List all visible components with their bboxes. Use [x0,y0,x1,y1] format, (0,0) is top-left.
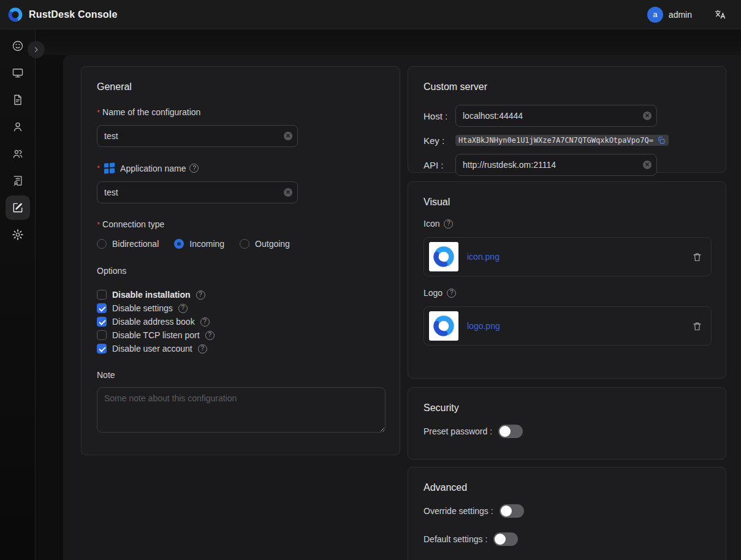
sidebar-collapse-button[interactable] [28,41,45,58]
avatar[interactable]: a [647,7,663,23]
checkbox-disable-installation[interactable]: Disable installation ? [97,288,384,301]
settings-icon [12,229,24,241]
sidebar-item-sessions[interactable] [6,88,30,112]
help-icon[interactable]: ? [444,219,453,229]
delete-icon[interactable] [692,252,702,262]
username[interactable]: admin [669,10,692,20]
required-asterisk: * [97,108,100,117]
brand: RustDesk Console [7,7,118,23]
language-switch-icon[interactable] [714,9,726,21]
clear-icon[interactable]: ✕ [284,132,292,140]
required-asterisk: * [97,220,100,229]
smiley-icon [12,40,24,52]
sidebar-item-settings[interactable] [6,222,30,247]
override-settings-toggle[interactable] [500,504,524,518]
connection-type-radio-group: Bidirectional Incoming Outgoing [97,239,384,249]
radio-bidirectional[interactable]: Bidirectional [97,239,159,249]
radio-icon [240,239,249,249]
document-icon [12,94,24,106]
checkbox-disable-tcp-listen-port[interactable]: Disable TCP listen port ? [97,328,384,342]
host-row: Host : ✕ [424,105,710,127]
help-icon[interactable]: ? [198,344,207,354]
default-settings-toggle[interactable] [493,532,518,546]
general-card: General * Name of the configuration ✕ * … [81,66,400,455]
override-settings-label: Override settings : [424,506,493,516]
clear-icon[interactable]: ✕ [284,188,292,197]
app-title: RustDesk Console [29,9,118,20]
sidebar-item-users[interactable] [6,115,30,139]
chevron-right-icon [32,46,40,53]
sidebar [0,29,36,560]
radio-icon [97,239,107,249]
visual-card: Visual Icon ? icon.png Logo ? [408,181,726,379]
config-name-input[interactable] [97,125,298,147]
preset-password-label: Preset password : [424,426,492,436]
api-field: ✕ [455,154,657,176]
radio-icon [174,239,184,249]
help-icon[interactable]: ? [196,290,205,300]
server-key-value[interactable]: HtaXBkJNHyn0e1U1jWXze7A7CN7QTGWqxkOtpaVp… [455,135,669,146]
checkbox-icon [97,344,107,354]
connection-type-label: * Connection type [97,219,384,229]
delete-icon[interactable] [692,321,702,331]
host-label: Host : [424,111,455,121]
checkbox-icon [97,317,107,327]
help-icon[interactable]: ? [189,164,199,173]
note-field [97,387,384,435]
sidebar-item-dashboard[interactable] [6,34,30,58]
config-name-field: ✕ [97,125,298,147]
sidebar-item-devices[interactable] [6,61,30,85]
logo-file-thumbnail [429,311,458,341]
help-icon[interactable]: ? [205,331,215,340]
checkbox-disable-settings[interactable]: Disable settings ? [97,301,384,315]
api-input[interactable] [455,154,657,176]
logo-upload-label: Logo ? [424,288,710,298]
icon-file-thumbnail [429,242,458,271]
checkbox-icon [97,303,107,313]
help-icon[interactable]: ? [447,289,456,298]
custom-server-card: Custom server Host : ✕ Key : HtaXBkJNHyn… [408,66,726,173]
preset-password-row: Preset password : [424,425,710,438]
radio-incoming[interactable]: Incoming [174,239,224,249]
checkbox-disable-user-account[interactable]: Disable user account ? [97,342,384,355]
key-row: Key : HtaXBkJNHyn0e1U1jWXze7A7CN7QTGWqxk… [424,135,710,146]
help-icon[interactable]: ? [200,317,210,327]
help-icon[interactable]: ? [178,304,188,313]
security-title: Security [424,403,710,414]
application-name-input[interactable] [97,181,298,203]
audit-log-icon [12,175,24,187]
preset-password-toggle[interactable] [498,425,523,438]
top-bar: RustDesk Console a admin [0,0,741,29]
sidebar-item-console-config[interactable] [6,195,30,220]
monitor-icon [12,67,24,79]
default-settings-row: Default settings : [424,532,710,546]
sidebar-item-groups[interactable] [6,142,30,166]
rustdesk-logo-icon [7,7,23,23]
logo-file-link[interactable]: logo.png [467,321,500,331]
note-label: Note [97,370,384,380]
application-name-label: * Application name ? [97,163,384,173]
checkbox-disable-address-book[interactable]: Disable address book ? [97,315,384,328]
api-label: API : [424,160,455,170]
custom-server-title: Custom server [424,81,710,93]
advanced-card: Advanced Override settings : Default set… [408,467,726,560]
clear-icon[interactable]: ✕ [643,161,652,169]
application-name-field: ✕ [97,181,298,203]
copy-icon[interactable] [657,136,666,145]
checkbox-icon [97,290,107,300]
clear-icon[interactable]: ✕ [643,112,652,120]
icon-file-link[interactable]: icon.png [467,252,500,262]
config-name-label: * Name of the configuration [97,107,384,117]
checkbox-icon [97,330,107,340]
host-input[interactable] [455,105,657,127]
sidebar-item-audit[interactable] [6,168,30,193]
icon-upload-label: Icon ? [424,219,710,229]
override-settings-row: Override settings : [424,504,710,518]
icon-file-row: icon.png [424,237,712,276]
radio-outgoing[interactable]: Outgoing [240,239,290,249]
logo-file-row: logo.png [424,306,712,346]
general-title: General [97,81,384,93]
required-asterisk: * [97,164,100,173]
content-panel: General * Name of the configuration ✕ * … [63,55,741,560]
note-textarea[interactable] [97,387,386,433]
